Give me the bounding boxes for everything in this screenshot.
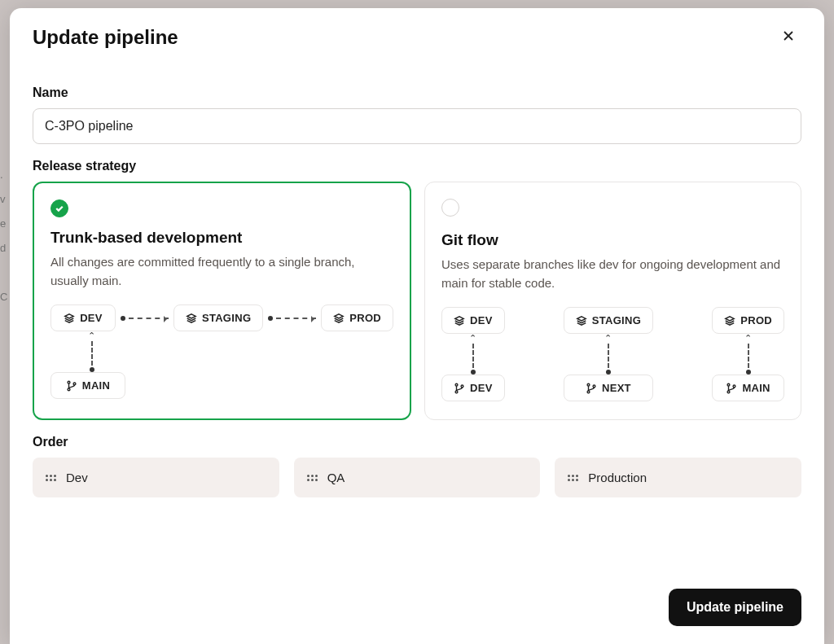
env-box-prod: PROD [712,307,784,334]
order-item-dev[interactable]: Dev [33,458,279,497]
order-item-label: Production [588,471,647,484]
modal-header: Update pipeline [10,8,824,63]
order-label: Order [33,435,801,449]
branch-icon [586,383,597,394]
branch-label: MAIN [82,379,110,392]
svg-point-3 [455,383,458,386]
env-box-dev: DEV [441,307,505,334]
svg-point-5 [461,384,463,387]
env-box-dev: DEV [50,304,116,331]
background-obscured-text: .vedC [0,163,7,309]
update-pipeline-button[interactable]: Update pipeline [669,589,801,626]
arrow-up-icon: ⌃ [469,334,476,375]
env-label: STAGING [202,312,251,324]
arrow-up-icon: ⌃ [88,331,95,372]
branch-box-main: MAIN [50,372,125,399]
svg-point-2 [73,382,76,384]
modal-footer: Update pipeline [10,576,824,644]
stack-icon [576,315,587,326]
close-icon [782,29,795,42]
arrow-up-icon: ⌃ [604,334,612,375]
svg-point-10 [727,390,730,392]
svg-point-1 [68,388,70,390]
drag-handle-icon [307,475,318,481]
order-item-label: Dev [66,471,88,484]
strategy-label: Release strategy [33,159,801,173]
branch-label: NEXT [602,382,631,394]
arrow-up-icon: ⌃ [744,334,752,375]
modal-title: Update pipeline [33,26,178,49]
close-button[interactable] [775,24,801,50]
env-label: PROD [740,314,772,326]
env-box-staging: STAGING [173,304,263,331]
arrow-right-icon [121,316,169,321]
strategy-desc-trunk: All changes are committed frequently to … [50,253,393,290]
name-label: Name [33,85,801,100]
stack-icon [454,315,465,326]
drag-handle-icon [568,475,578,481]
svg-point-9 [727,383,730,386]
stack-icon [186,313,197,324]
radio-unselected-icon [441,199,459,217]
svg-point-0 [68,381,70,383]
env-box-staging: STAGING [564,307,653,334]
stack-icon [64,313,75,324]
arrow-right-icon [268,316,316,321]
gitflow-diagram: DEV ⌃ DEV STAGING ⌃ [441,307,784,401]
branch-box-dev: DEV [441,375,505,401]
order-item-qa[interactable]: QA [294,458,541,497]
env-label: DEV [470,314,493,326]
order-item-production[interactable]: Production [555,458,801,497]
modal-body: Name Release strategy Trunk-based develo… [10,63,824,576]
env-label: PROD [349,312,381,324]
svg-point-11 [733,384,735,387]
trunk-diagram: DEV STAGING PROD [50,304,393,399]
svg-point-7 [587,390,590,392]
env-box-prod: PROD [321,304,393,331]
branch-box-next: NEXT [564,375,653,401]
strategy-card-gitflow[interactable]: Git flow Uses separate branches like dev… [424,182,801,420]
branch-icon [66,380,77,392]
update-pipeline-modal: Update pipeline Name Release strategy Tr… [10,8,824,644]
drag-handle-icon [46,475,56,481]
svg-point-4 [455,390,458,392]
branch-icon [454,383,465,394]
order-item-label: QA [327,471,345,484]
svg-point-8 [593,384,595,387]
stack-icon [333,313,345,324]
stack-icon [724,315,735,326]
radio-selected-icon [50,199,68,217]
branch-label: DEV [470,382,493,394]
pipeline-name-input[interactable] [33,108,801,144]
branch-box-main: MAIN [712,375,784,401]
env-label: DEV [80,312,103,324]
env-label: STAGING [592,314,641,326]
branch-label: MAIN [742,382,770,394]
strategy-desc-gitflow: Uses separate branches like dev for ongo… [441,256,784,292]
strategy-card-trunk[interactable]: Trunk-based development All changes are … [33,182,411,420]
svg-point-6 [587,383,590,386]
strategy-title-gitflow: Git flow [441,231,784,249]
strategy-options: Trunk-based development All changes are … [33,182,801,420]
branch-icon [726,383,737,394]
order-list: Dev QA Production [33,458,801,497]
strategy-title-trunk: Trunk-based development [50,229,393,247]
